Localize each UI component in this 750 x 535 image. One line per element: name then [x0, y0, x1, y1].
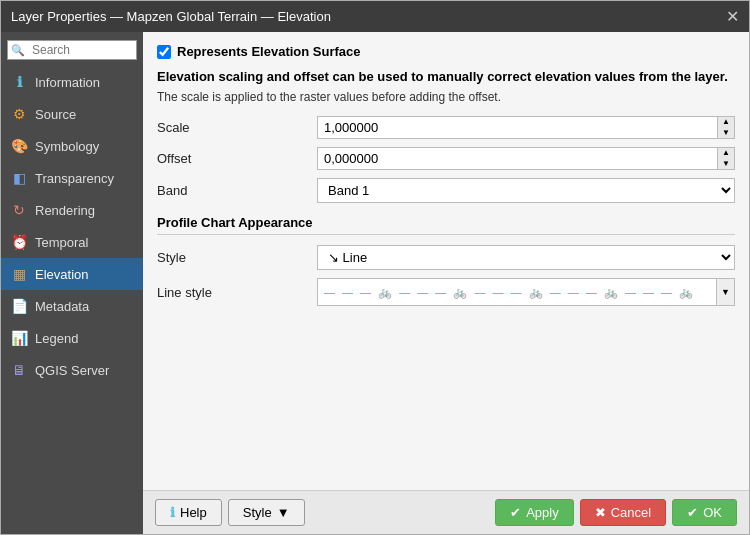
source-icon: ⚙	[9, 104, 29, 124]
dialog-window: Layer Properties — Mapzen Global Terrain…	[0, 0, 750, 535]
apply-label: Apply	[526, 505, 559, 520]
band-label: Band	[157, 183, 317, 198]
style-select[interactable]: ↘ Line Fill Markers	[317, 245, 735, 270]
sidebar-item-label-metadata: Metadata	[35, 299, 89, 314]
footer-right: ✔ Apply ✖ Cancel ✔ OK	[495, 499, 737, 526]
ok-check-icon: ✔	[687, 505, 698, 520]
sidebar-item-qgis-server[interactable]: 🖥QGIS Server	[1, 354, 143, 386]
apply-button[interactable]: ✔ Apply	[495, 499, 574, 526]
style-row: Style ↘ Line Fill Markers	[157, 245, 735, 270]
sidebar-item-label-source: Source	[35, 107, 76, 122]
offset-input[interactable]	[317, 147, 718, 170]
search-box[interactable]: 🔍	[7, 40, 137, 60]
scale-spin-buttons: ▲ ▼	[718, 116, 735, 139]
band-row: Band Band 1 Band 2 Band 3	[157, 178, 735, 203]
style-button[interactable]: Style ▼	[228, 499, 305, 526]
offset-spin-up[interactable]: ▲	[718, 148, 734, 159]
legend-icon: 📊	[9, 328, 29, 348]
dialog-body: 🔍 ℹInformation⚙Source🎨Symbology◧Transpar…	[1, 32, 749, 534]
temporal-icon: ⏰	[9, 232, 29, 252]
ok-label: OK	[703, 505, 722, 520]
style-button-label: Style	[243, 505, 272, 520]
rendering-icon: ↻	[9, 200, 29, 220]
sidebar-item-rendering[interactable]: ↻Rendering	[1, 194, 143, 226]
sidebar-item-temporal[interactable]: ⏰Temporal	[1, 226, 143, 258]
sidebar-item-source[interactable]: ⚙Source	[1, 98, 143, 130]
description-bold: Elevation scaling and offset can be used…	[157, 69, 735, 84]
cancel-x-icon: ✖	[595, 505, 606, 520]
cancel-button[interactable]: ✖ Cancel	[580, 499, 666, 526]
sidebar: 🔍 ℹInformation⚙Source🎨Symbology◧Transpar…	[1, 32, 143, 534]
footer: ℹ Help Style ▼ ✔ Apply ✖ Cancel	[143, 490, 749, 534]
line-style-row: Line style — — — 🚲 — — — 🚲 — — — 🚲 — — —…	[157, 278, 735, 306]
elevation-surface-row: Represents Elevation Surface	[157, 44, 735, 59]
sidebar-items-container: ℹInformation⚙Source🎨Symbology◧Transparen…	[1, 66, 143, 386]
offset-label: Offset	[157, 151, 317, 166]
sidebar-item-symbology[interactable]: 🎨Symbology	[1, 130, 143, 162]
band-select[interactable]: Band 1 Band 2 Band 3	[317, 178, 735, 203]
metadata-icon: 📄	[9, 296, 29, 316]
scale-label: Scale	[157, 120, 317, 135]
sidebar-item-information[interactable]: ℹInformation	[1, 66, 143, 98]
style-dropdown-icon: ▼	[277, 505, 290, 520]
sidebar-item-label-qgis-server: QGIS Server	[35, 363, 109, 378]
scale-input[interactable]	[317, 116, 718, 139]
sidebar-item-label-information: Information	[35, 75, 100, 90]
sidebar-item-label-elevation: Elevation	[35, 267, 88, 282]
sidebar-item-label-temporal: Temporal	[35, 235, 88, 250]
band-select-wrap: Band 1 Band 2 Band 3	[317, 178, 735, 203]
sidebar-item-label-legend: Legend	[35, 331, 78, 346]
help-label: Help	[180, 505, 207, 520]
style-label: Style	[157, 250, 317, 265]
information-icon: ℹ	[9, 72, 29, 92]
line-style-label: Line style	[157, 285, 317, 300]
offset-input-wrap: ▲ ▼	[317, 147, 735, 170]
main-content: Represents Elevation Surface Elevation s…	[143, 32, 749, 534]
profile-chart-title: Profile Chart Appearance	[157, 215, 735, 235]
scale-input-wrap: ▲ ▼	[317, 116, 735, 139]
offset-spin-down[interactable]: ▼	[718, 159, 734, 170]
help-icon: ℹ	[170, 505, 175, 520]
sidebar-item-label-transparency: Transparency	[35, 171, 114, 186]
sidebar-item-legend[interactable]: 📊Legend	[1, 322, 143, 354]
offset-row: Offset ▲ ▼	[157, 147, 735, 170]
symbology-icon: 🎨	[9, 136, 29, 156]
sidebar-item-label-symbology: Symbology	[35, 139, 99, 154]
content-area: Represents Elevation Surface Elevation s…	[143, 32, 749, 490]
description-normal: The scale is applied to the raster value…	[157, 90, 735, 104]
line-style-dropdown-button[interactable]: ▼	[717, 278, 735, 306]
help-button[interactable]: ℹ Help	[155, 499, 222, 526]
elevation-surface-label: Represents Elevation Surface	[177, 44, 361, 59]
sidebar-item-transparency[interactable]: ◧Transparency	[1, 162, 143, 194]
transparency-icon: ◧	[9, 168, 29, 188]
scale-spin-up[interactable]: ▲	[718, 117, 734, 128]
sidebar-item-elevation[interactable]: ▦Elevation	[1, 258, 143, 290]
qgis-server-icon: 🖥	[9, 360, 29, 380]
line-style-content: — — — 🚲 — — — 🚲 — — — 🚲 — — — 🚲 — — — 🚲	[324, 286, 695, 299]
style-select-wrap: ↘ Line Fill Markers	[317, 245, 735, 270]
offset-spin-buttons: ▲ ▼	[718, 147, 735, 170]
search-input[interactable]	[28, 41, 136, 59]
apply-check-icon: ✔	[510, 505, 521, 520]
ok-button[interactable]: ✔ OK	[672, 499, 737, 526]
title-bar: Layer Properties — Mapzen Global Terrain…	[1, 1, 749, 32]
search-icon: 🔍	[8, 42, 28, 59]
sidebar-item-label-rendering: Rendering	[35, 203, 95, 218]
line-style-preview[interactable]: — — — 🚲 — — — 🚲 — — — 🚲 — — — 🚲 — — — 🚲	[317, 278, 717, 306]
window-title: Layer Properties — Mapzen Global Terrain…	[11, 9, 331, 24]
close-button[interactable]: ✕	[726, 7, 739, 26]
elevation-surface-checkbox[interactable]	[157, 45, 171, 59]
scale-spin-down[interactable]: ▼	[718, 128, 734, 139]
scale-row: Scale ▲ ▼	[157, 116, 735, 139]
elevation-icon: ▦	[9, 264, 29, 284]
sidebar-item-metadata[interactable]: 📄Metadata	[1, 290, 143, 322]
cancel-label: Cancel	[611, 505, 651, 520]
footer-left: ℹ Help Style ▼	[155, 499, 305, 526]
